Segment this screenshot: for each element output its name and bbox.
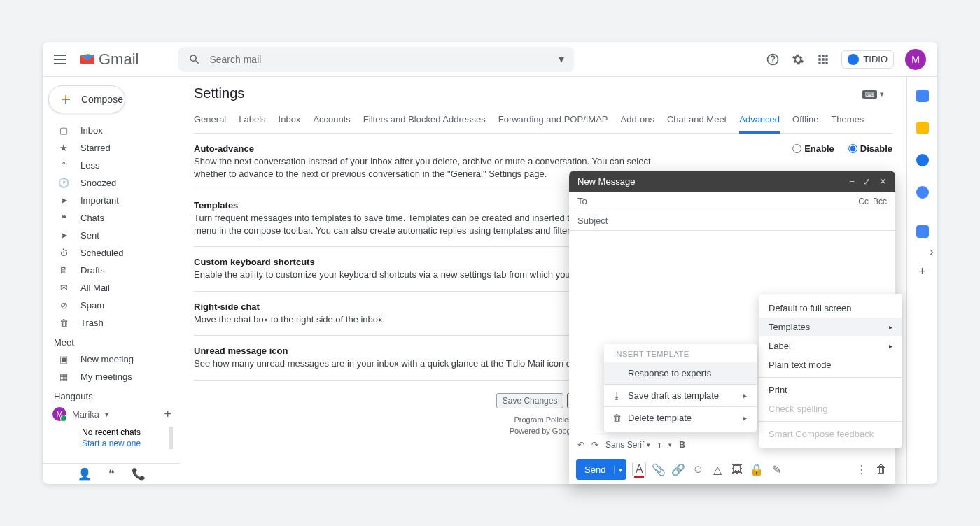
attach-icon[interactable]: 📎 bbox=[652, 463, 666, 476]
sidebar-item-all-mail[interactable]: ✉All Mail bbox=[43, 279, 180, 297]
hangouts-user-name: Marika bbox=[72, 409, 99, 420]
redo-icon[interactable]: ↷ bbox=[592, 440, 598, 450]
meet-app-icon[interactable] bbox=[916, 225, 929, 238]
templates-submenu: INSERT TEMPLATE Response to experts ⭳ Sa… bbox=[604, 344, 757, 432]
nochat-start-link[interactable]: Start a new one bbox=[82, 438, 162, 449]
calendar-app-icon[interactable] bbox=[916, 90, 929, 102]
menu-item-print[interactable]: Print bbox=[759, 381, 902, 399]
sidebar-item-sent[interactable]: ➤Sent bbox=[43, 227, 180, 244]
tab-general[interactable]: General bbox=[194, 108, 226, 133]
sched-icon: ⏱ bbox=[58, 248, 69, 259]
trash-icon: 🗑 bbox=[611, 413, 622, 423]
sidebar-item-less[interactable]: ˄Less bbox=[43, 157, 180, 174]
compose-to-row[interactable]: To CcBcc bbox=[569, 192, 895, 211]
menu-item-label[interactable]: Label▸ bbox=[759, 336, 902, 355]
tasks-app-icon[interactable] bbox=[916, 154, 929, 166]
hangouts-add-icon[interactable]: + bbox=[164, 407, 172, 422]
settings-gear-icon[interactable] bbox=[791, 52, 805, 66]
save-draft-as-template[interactable]: ⭳ Save draft as template ▸ bbox=[604, 385, 757, 406]
bold-icon[interactable]: B bbox=[679, 440, 685, 450]
search-options-dropdown-icon[interactable]: ▾ bbox=[559, 52, 564, 66]
tab-offline[interactable]: Offline bbox=[792, 108, 818, 133]
link-icon[interactable]: 🔗 bbox=[671, 463, 685, 476]
sidebar-item-inbox[interactable]: ▢Inbox bbox=[43, 122, 180, 139]
tab-inbox[interactable]: Inbox bbox=[279, 108, 301, 133]
add-app-icon[interactable]: + bbox=[918, 264, 926, 279]
nochat-block: No recent chats Start a new one bbox=[82, 427, 173, 449]
chevron-right-icon: ▸ bbox=[743, 392, 747, 399]
menu-item-templates[interactable]: Templates▸ bbox=[759, 318, 902, 336]
enable-radio[interactable]: Enable bbox=[792, 143, 834, 154]
undo-icon[interactable]: ↶ bbox=[578, 440, 584, 450]
minimize-icon[interactable]: − bbox=[849, 176, 855, 187]
input-tools-indicator[interactable]: ⌨▾ bbox=[862, 90, 884, 99]
font-size-icon[interactable]: т bbox=[657, 440, 662, 450]
tidio-label: TIDIO bbox=[863, 54, 888, 64]
side-panel-toggle-icon[interactable]: › bbox=[925, 245, 939, 259]
phone-icon[interactable]: 📞 bbox=[132, 467, 146, 481]
trash-icon: 🗑 bbox=[58, 318, 69, 329]
text-color-icon[interactable]: A bbox=[632, 462, 646, 477]
search-bar[interactable]: ▾ bbox=[178, 47, 574, 72]
keep-app-icon[interactable] bbox=[916, 122, 929, 134]
gmail-window: Gmail ▾ TIDIO M Compose ▢Inbox★Starred˄L… bbox=[43, 42, 937, 484]
sidebar-item-important[interactable]: ➤Important bbox=[43, 192, 180, 209]
help-icon[interactable] bbox=[766, 52, 780, 66]
main-menu-icon[interactable] bbox=[54, 51, 71, 68]
tab-filters-and-blocked-addresses[interactable]: Filters and Blocked Addresses bbox=[363, 108, 486, 133]
star-icon: ★ bbox=[58, 143, 69, 154]
disable-radio[interactable]: Disable bbox=[848, 143, 892, 154]
sidebar-item-snoozed[interactable]: 🕐Snoozed bbox=[43, 174, 180, 192]
emoji-icon[interactable]: ☺ bbox=[691, 463, 705, 476]
image-icon[interactable]: 🖼 bbox=[730, 463, 744, 476]
fullscreen-icon[interactable]: ⤢ bbox=[863, 176, 871, 187]
contacts-app-icon[interactable] bbox=[916, 186, 929, 199]
sidebar-item-chats[interactable]: ❝Chats bbox=[43, 209, 180, 227]
tab-chat-and-meet[interactable]: Chat and Meet bbox=[667, 108, 727, 133]
search-input[interactable] bbox=[209, 54, 550, 65]
chevron-down-icon[interactable]: ▾ bbox=[105, 411, 108, 418]
compose-button[interactable]: Compose bbox=[48, 85, 125, 113]
gmail-logo[interactable]: Gmail bbox=[79, 50, 139, 69]
sidebar-item-spam[interactable]: ⊘Spam bbox=[43, 297, 180, 314]
close-icon[interactable]: ✕ bbox=[879, 176, 887, 187]
compose-plus-icon bbox=[59, 92, 73, 106]
sidebar-item-my-meetings[interactable]: ▦My meetings bbox=[43, 368, 180, 385]
compose-title-bar[interactable]: New Message − ⤢ ✕ bbox=[569, 171, 895, 192]
hangouts-icon[interactable]: ❝ bbox=[108, 467, 115, 481]
template-item-response-to-experts[interactable]: Response to experts bbox=[604, 362, 757, 384]
drive-icon[interactable]: △ bbox=[710, 463, 724, 476]
compose-subject-row[interactable]: Subject bbox=[569, 211, 895, 231]
tab-labels[interactable]: Labels bbox=[239, 108, 265, 133]
signature-icon[interactable]: ✎ bbox=[769, 463, 783, 476]
more-options-icon[interactable]: ⋮ bbox=[855, 463, 869, 476]
sidebar-item-new-meeting[interactable]: ▣New meeting bbox=[43, 350, 180, 368]
cc-link[interactable]: Cc bbox=[858, 197, 869, 206]
tab-add-ons[interactable]: Add-ons bbox=[621, 108, 654, 133]
send-button[interactable]: Send▾ bbox=[576, 459, 626, 480]
delete-template[interactable]: 🗑 Delete template ▸ bbox=[604, 407, 757, 429]
tab-themes[interactable]: Themes bbox=[831, 108, 864, 133]
menu-item-plain-text-mode[interactable]: Plain text mode bbox=[759, 355, 902, 374]
tab-accounts[interactable]: Accounts bbox=[313, 108, 350, 133]
person-icon[interactable]: 👤 bbox=[78, 467, 92, 481]
sidebar-item-starred[interactable]: ★Starred bbox=[43, 139, 180, 157]
menu-item-default-to-full-screen[interactable]: Default to full screen bbox=[759, 299, 902, 318]
font-family-select[interactable]: Sans Serif▾ bbox=[606, 440, 650, 450]
tab-forwarding-and-pop-imap[interactable]: Forwarding and POP/IMAP bbox=[498, 108, 608, 133]
account-avatar[interactable]: M bbox=[905, 49, 926, 70]
discard-draft-icon[interactable]: 🗑 bbox=[874, 463, 888, 476]
sidebar-item-scheduled[interactable]: ⏱Scheduled bbox=[43, 244, 180, 262]
apps-grid-icon[interactable] bbox=[816, 52, 830, 66]
sidebar-item-trash[interactable]: 🗑Trash bbox=[43, 314, 180, 332]
hangouts-user-row[interactable]: M Marika ▾ + bbox=[43, 404, 180, 424]
tab-advanced[interactable]: Advanced bbox=[739, 108, 780, 134]
confidential-icon[interactable]: 🔒 bbox=[750, 463, 764, 476]
bcc-link[interactable]: Bcc bbox=[873, 197, 887, 206]
sidebar: Compose ▢Inbox★Starred˄Less🕐Snoozed➤Impo… bbox=[43, 77, 180, 484]
save-changes-button[interactable]: Save Changes bbox=[496, 393, 564, 408]
sidebar-item-drafts[interactable]: 🗎Drafts bbox=[43, 262, 180, 279]
up-icon: ˄ bbox=[58, 160, 69, 171]
tidio-badge[interactable]: TIDIO bbox=[841, 50, 894, 69]
templates-submenu-header: INSERT TEMPLATE bbox=[604, 344, 757, 362]
